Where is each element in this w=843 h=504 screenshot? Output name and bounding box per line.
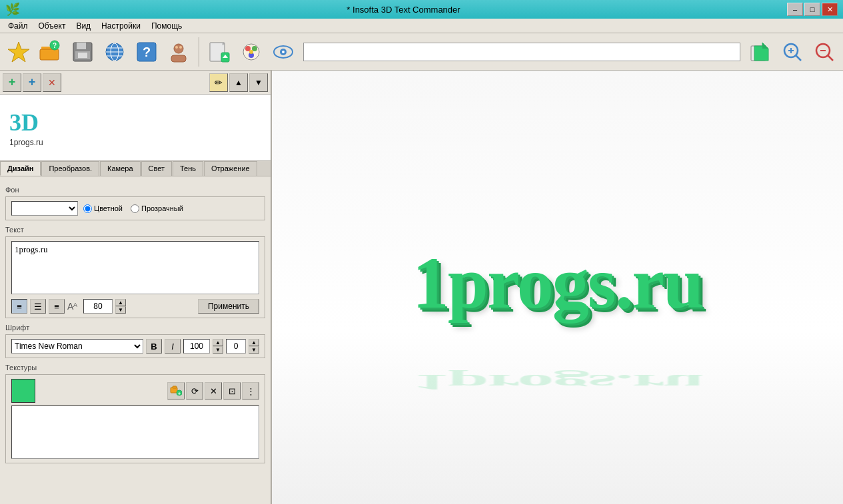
svg-text:A: A (73, 302, 77, 308)
text-size-up[interactable]: ▲ (115, 299, 126, 306)
canvas-3d-text: 1progs.ru (413, 241, 702, 326)
svg-point-19 (179, 46, 182, 49)
palette-button[interactable] (237, 37, 266, 67)
texture-crop-button[interactable]: ⊡ (223, 382, 241, 399)
texture-delete-button[interactable]: ✕ (205, 382, 222, 399)
svg-line-39 (796, 55, 801, 61)
svg-point-16 (174, 44, 183, 53)
svg-line-42 (828, 55, 833, 61)
help-button[interactable]: ? (132, 37, 161, 67)
preview-button[interactable] (269, 37, 298, 67)
panel-content: Фон Белый Чёрный Цветной (0, 176, 271, 504)
zoom-out-button[interactable] (810, 37, 839, 67)
object-toolbar: + + ✕ ✏ ▲ ▼ (0, 71, 271, 95)
app-logo: 🌿 (5, 2, 20, 17)
text-input[interactable]: 1progs.ru (11, 241, 259, 294)
font-italic-button[interactable]: I (165, 339, 181, 354)
titlebar: 🌿 * Insofta 3D Text Commander – □ ✕ (0, 0, 843, 19)
font-size-spinner: ▲ ▼ (213, 339, 223, 354)
align-center-button[interactable]: ☰ (30, 299, 46, 314)
text-label: Текст (5, 226, 265, 234)
preview-subtitle: 1progs.ru (9, 138, 261, 147)
svg-rect-46 (173, 386, 177, 388)
text-size-spinner: ▲ ▼ (115, 299, 126, 314)
menubar: Файл Объект Вид Настройки Помощь (0, 19, 843, 33)
font-size-input[interactable] (183, 339, 210, 354)
texture-toolbar: + ⟳ ✕ ⊡ ⋮ (11, 379, 259, 403)
texture-more-button[interactable]: ⋮ (242, 382, 259, 399)
delete-object-button[interactable]: ✕ (43, 73, 61, 92)
move-up-button[interactable]: ▲ (229, 73, 248, 92)
window-title: * Insofta 3D Text Commander (20, 5, 787, 15)
svg-rect-17 (171, 55, 186, 62)
svg-text:?: ? (143, 45, 151, 59)
texture-color-swatch[interactable] (11, 379, 35, 403)
tab-light[interactable]: Свет (141, 161, 172, 176)
menu-view[interactable]: Вид (71, 20, 96, 32)
fon-type-group: Цветной Прозрачный (83, 204, 183, 213)
main-layout: + + ✕ ✏ ▲ ▼ 3D 1progs.ru Дизайн Преобраз… (0, 71, 843, 504)
close-button[interactable]: ✕ (822, 3, 838, 16)
move-down-button[interactable]: ▼ (249, 73, 268, 92)
export-button[interactable] (205, 37, 234, 67)
text-format-bar: ≡ ☰ ≡ AA ▲ ▼ Применить (11, 299, 259, 314)
tab-reflection[interactable]: Отражение (204, 161, 257, 176)
text-size-input[interactable] (83, 299, 113, 314)
toolbar: ? ? (0, 33, 843, 71)
tab-shadow[interactable]: Тень (173, 161, 203, 176)
svg-point-26 (245, 46, 251, 51)
menu-help[interactable]: Помощь (146, 20, 187, 32)
font-bold-button[interactable]: B (146, 339, 162, 354)
support-button[interactable] (164, 37, 193, 67)
preview-3d-text: 3D (9, 109, 261, 136)
edit-object-button[interactable]: ✏ (209, 73, 228, 92)
menu-settings[interactable]: Настройки (96, 20, 146, 32)
tab-camera[interactable]: Камера (100, 161, 140, 176)
font-label: Шрифт (5, 324, 265, 332)
radio-colored-label[interactable]: Цветной (83, 204, 123, 213)
menu-object[interactable]: Объект (33, 20, 71, 32)
textures-label: Текстуры (5, 364, 265, 372)
svg-marker-0 (8, 42, 29, 62)
left-panel: + + ✕ ✏ ▲ ▼ 3D 1progs.ru Дизайн Преобраз… (0, 71, 272, 504)
text-size-down[interactable]: ▼ (115, 306, 126, 314)
tab-transform[interactable]: Преобразов. (41, 161, 99, 176)
maximize-button[interactable]: □ (804, 3, 820, 16)
zoom-in-button[interactable] (778, 37, 807, 67)
align-left-button[interactable]: ≡ (11, 299, 27, 314)
svg-point-18 (175, 46, 178, 49)
search-input[interactable] (303, 43, 740, 61)
save-button[interactable] (68, 37, 97, 67)
font-name-select[interactable]: Times New Roman Arial Georgia (11, 339, 143, 354)
radio-transparent-label[interactable]: Прозрачный (131, 204, 183, 213)
radio-transparent[interactable] (131, 204, 139, 213)
tab-design[interactable]: Дизайн (0, 161, 41, 176)
add-shape-button[interactable]: + (23, 73, 41, 92)
minimize-button[interactable]: – (787, 3, 803, 16)
menu-file[interactable]: Файл (3, 20, 33, 32)
add-text-button[interactable]: + (3, 73, 21, 92)
svg-text:+: + (178, 391, 181, 396)
web-button[interactable] (100, 37, 129, 67)
svg-point-27 (252, 46, 257, 51)
open-button[interactable]: ? (36, 37, 65, 67)
radio-colored[interactable] (83, 204, 92, 213)
font-size-up[interactable]: ▲ (213, 339, 223, 346)
save-project-button[interactable] (746, 37, 775, 67)
svg-rect-6 (77, 43, 86, 49)
font-spacing-down[interactable]: ▼ (249, 346, 259, 354)
align-right-button[interactable]: ≡ (49, 299, 65, 314)
font-spacing-up[interactable]: ▲ (249, 339, 259, 346)
text-size-icon: AA (67, 300, 81, 312)
tab-bar: Дизайн Преобразов. Камера Свет Тень Отра… (0, 161, 271, 176)
apply-button[interactable]: Применить (198, 299, 259, 314)
fon-color-select[interactable]: Белый Чёрный (11, 201, 78, 216)
wizard-button[interactable] (4, 37, 33, 67)
font-spacing-input[interactable] (226, 339, 246, 354)
texture-browse-button[interactable]: + (167, 382, 185, 399)
svg-text:?: ? (53, 42, 57, 49)
font-size-down[interactable]: ▼ (213, 346, 223, 354)
texture-preview-area (11, 405, 259, 459)
texture-reload-button[interactable]: ⟳ (186, 382, 203, 399)
radio-transparent-text: Прозрачный (141, 204, 183, 212)
